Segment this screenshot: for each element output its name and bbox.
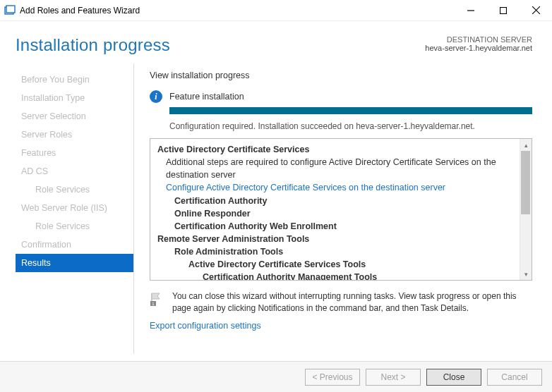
scrollbar[interactable]: ▴ ▾ <box>520 139 532 280</box>
previous-button: < Previous <box>305 369 360 386</box>
destination-server: DESTINATION SERVER heva-server-1.heyvald… <box>425 35 532 52</box>
header: Installation progress DESTINATION SERVER… <box>0 21 552 63</box>
result-heading-adcs: Active Directory Certificate Services <box>157 143 524 156</box>
close-button[interactable]: Close <box>426 369 481 386</box>
info-icon: i <box>150 90 162 103</box>
sidebar-item-role-services-2: Role Services <box>16 217 133 235</box>
info-text: Feature installation <box>169 92 244 102</box>
cancel-button: Cancel <box>487 369 542 386</box>
destination-label: DESTINATION SERVER <box>425 35 532 44</box>
sidebar-item-confirmation: Confirmation <box>16 235 133 254</box>
content: View installation progress i Feature ins… <box>134 63 552 354</box>
close-window-button[interactable] <box>520 0 552 21</box>
status-line: Configuration required. Installation suc… <box>169 121 532 131</box>
sidebar-item-web-server-role: Web Server Role (IIS) <box>16 199 133 217</box>
maximize-icon <box>500 7 507 14</box>
next-button: Next > <box>366 369 421 386</box>
wizard-window: Add Roles and Features Wizard Installati… <box>0 0 552 392</box>
flag-icon: 1 <box>150 292 164 306</box>
note-text: You can close this wizard without interr… <box>172 290 532 315</box>
scroll-thumb[interactable] <box>521 151 530 214</box>
sidebar-item-results[interactable]: Results <box>16 254 133 272</box>
sidebar-item-features: Features <box>16 144 133 162</box>
page-title: Installation progress <box>16 35 170 55</box>
export-config-link[interactable]: Export configuration settings <box>150 321 532 331</box>
destination-value: heva-server-1.heyvaldemar.net <box>425 44 532 52</box>
result-item-adcst: Active Directory Certificate Services To… <box>188 258 524 271</box>
sidebar-item-before-you-begin: Before You Begin <box>16 71 133 89</box>
window-title: Add Roles and Features Wizard <box>20 6 455 16</box>
result-desc-adcs: Additional steps are required to configu… <box>166 156 524 181</box>
sidebar: Before You Begin Installation Type Serve… <box>16 63 134 354</box>
titlebar: Add Roles and Features Wizard <box>0 0 552 21</box>
results-box: Active Directory Certificate Services Ad… <box>150 138 532 281</box>
results-inner: Active Directory Certificate Services Ad… <box>150 139 532 280</box>
main: Before You Begin Installation Type Serve… <box>0 63 552 354</box>
result-item-rat: Role Administration Tools <box>174 245 524 258</box>
app-icon <box>4 5 16 16</box>
configure-adcs-link[interactable]: Configure Active Directory Certificate S… <box>166 181 524 194</box>
result-item-cawe: Certification Authority Web Enrollment <box>174 220 524 233</box>
svg-rect-3 <box>500 7 507 13</box>
scroll-down-icon[interactable]: ▾ <box>520 268 532 280</box>
progress-bar <box>169 107 532 114</box>
maximize-button[interactable] <box>487 0 520 21</box>
footer: < Previous Next > Close Cancel <box>0 361 552 392</box>
result-heading-rsat: Remote Server Administration Tools <box>157 233 524 245</box>
note-row: 1 You can close this wizard without inte… <box>150 290 532 315</box>
minimize-icon <box>467 7 474 14</box>
sidebar-item-server-selection: Server Selection <box>16 107 133 125</box>
result-item-or: Online Responder <box>174 207 524 220</box>
sidebar-item-installation-type: Installation Type <box>16 89 133 107</box>
close-icon <box>532 6 540 14</box>
svg-rect-1 <box>6 6 15 13</box>
result-item-ca: Certification Authority <box>174 195 524 207</box>
section-label: View installation progress <box>150 71 532 80</box>
sidebar-item-ad-cs: AD CS <box>16 162 133 180</box>
minimize-button[interactable] <box>455 0 487 21</box>
sidebar-item-server-roles: Server Roles <box>16 125 133 144</box>
scroll-up-icon[interactable]: ▴ <box>520 139 532 151</box>
info-row: i Feature installation <box>150 90 532 103</box>
result-item-camt: Certification Authority Management Tools <box>203 271 524 280</box>
sidebar-item-role-services-1: Role Services <box>16 180 133 199</box>
